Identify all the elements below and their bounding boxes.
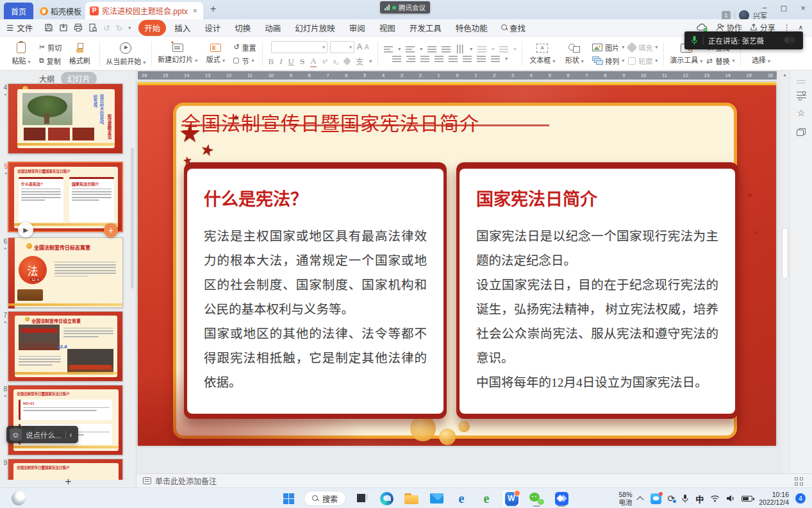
new-slide-button[interactable]: 新建幻灯片 ▾ [158,44,197,64]
mic-tray-icon[interactable] [681,494,689,504]
tab-slideshow[interactable]: 幻灯片放映 [289,20,341,36]
browser-green-e-button[interactable]: e [477,489,496,507]
mail-button[interactable] [427,489,446,507]
hidden-icons-chevron[interactable] [636,496,643,503]
shapes-button[interactable]: 形状 ▾ [560,44,588,65]
paste-button[interactable]: 粘贴 ▾ [7,42,35,65]
font-color-button[interactable]: A [310,56,316,67]
export-icon[interactable] [59,23,68,32]
object-properties-icon[interactable] [796,90,806,101]
redo-icon[interactable]: ↻ [116,23,122,33]
collapse-ribbon-icon[interactable]: ∧ [799,24,803,31]
emoji-icon[interactable]: ☺ [10,428,22,441]
bold-button[interactable]: B [269,56,274,67]
slide-thumbnail-4[interactable]: 4 ✦ 树有根， 根是树木的基础。 宪法是根本法 [8,83,123,154]
tab-close-icon[interactable]: × [191,6,199,15]
copy-button[interactable]: ⧉复制 [39,56,62,66]
wechat-button[interactable] [527,489,546,507]
more-options-icon[interactable]: ⋮ [783,23,791,32]
align-right-icon[interactable] [420,55,429,62]
clock[interactable]: 10:16 2022/12/4 [759,491,789,506]
tab-docer[interactable]: 稻壳模板 [36,3,85,19]
font-family-select[interactable]: ▾ [271,41,327,53]
maximize-button[interactable]: ◻ [774,3,793,13]
superscript-button[interactable]: x² [322,58,327,65]
reset-button[interactable]: ↺重置 [233,42,256,53]
slide-sorter-icon[interactable] [795,477,803,486]
cut-button[interactable]: ✂剪切 [39,42,62,53]
picture-button[interactable]: 图片 ▾ [592,42,624,53]
meeting-chat-bubble[interactable]: ☺ 说点什么... ‹ [6,426,78,443]
slide-thumbnail-7[interactable]: 7 ✦ 全国法制宣传日设立背景 12.4 [8,311,123,382]
slide-thumbnail-5-selected[interactable]: 5 ✦ 全国法制宣传日暨国家宪法日简介 什么是宪法? 国家宪法日简介 ▶ + [8,162,123,232]
notification-badge[interactable]: 4 [795,493,806,504]
ime-indicator[interactable]: 中 [695,493,704,505]
bullet-list-icon[interactable] [384,46,393,53]
file-explorer-button[interactable] [402,489,421,507]
tencent-meeting-pill[interactable]: 腾讯会议 [380,1,430,13]
tencent-meeting-button[interactable] [552,489,571,507]
clear-format-icon[interactable] [343,57,351,65]
wps-office-button[interactable]: W [502,489,521,507]
task-view-button[interactable] [352,489,371,507]
find-menu[interactable]: 查找 [496,20,531,36]
print-preview-icon[interactable] [88,23,97,32]
paragraph-spacing-icon[interactable] [477,55,486,62]
slide-thumbnail-8[interactable]: 8 ✦ 全国法制宣传日暨国家宪法日简介 NO-01 NO-02 [8,385,123,455]
browser-blue-e-button[interactable]: e [452,489,471,507]
justify-icon[interactable] [435,55,443,62]
card-constitution-day[interactable]: 国家宪法日简介 国家宪法日是以纪念一个国家现行宪法为主题的法定纪念日。 设立国家… [456,162,738,419]
speaker-icon[interactable] [726,495,735,502]
tab-home[interactable]: 首页 [4,3,33,19]
tab-home-ribbon[interactable]: 开始 [138,20,166,36]
subscript-button[interactable]: x₂ [333,58,339,65]
arrange-button[interactable]: 排列 ▾ [592,56,624,66]
align-left-icon[interactable] [392,55,401,62]
edge-browser-button[interactable] [377,489,396,507]
start-button[interactable] [279,489,298,507]
selection-pane-icon[interactable] [796,127,806,139]
doc-count-badge[interactable]: 1 [722,11,731,20]
save-icon[interactable] [44,23,53,32]
align-center-icon[interactable] [406,55,415,62]
slide-canvas[interactable]: 全国法制宣传日暨国家宪法日简介 ★ ★ ★ ★ ★ ★ 什么是宪法？ 宪法是主权… [138,82,776,446]
line-spacing-icon[interactable] [463,55,472,62]
new-tab-button[interactable]: + [210,3,216,15]
taskbar-search[interactable]: 搜索 [304,491,346,506]
tab-view[interactable]: 视图 [374,20,401,36]
meeting-speaking-bar[interactable]: 正在讲话: 张艺薇 [684,31,803,49]
print-icon[interactable] [74,23,83,32]
text-box-button[interactable]: A 文本框 ▾ [528,44,556,65]
collapse-chat-icon[interactable]: ‹ [70,430,72,439]
align-objects-icon[interactable] [499,46,508,53]
outline-button[interactable]: 轮廓 ▾ [628,56,658,66]
slide-thumbnail-6[interactable]: 6 ✦ 全国法制宣传日标志寓意 法 12·4 [8,237,123,308]
increase-indent-icon[interactable] [442,46,451,53]
font-size-select[interactable]: ▾ [330,41,354,53]
play-from-current-button[interactable]: 从当前开始 ▾ [106,42,145,66]
quick-access-caret-icon[interactable]: ▾ [128,25,131,31]
decrease-font-icon[interactable]: A [365,44,369,51]
text-align-vertical-icon[interactable] [491,55,500,62]
italic-button[interactable]: I [279,56,282,67]
add-slide-button[interactable]: + [0,476,137,487]
tab-design[interactable]: 设计 [199,20,226,36]
tab-review[interactable]: 审阅 [344,20,371,36]
play-slideshow-button[interactable]: ▶ [18,222,33,237]
decrease-indent-icon[interactable] [427,46,436,53]
columns-icon[interactable] [457,45,464,54]
messaging-tray-icon[interactable] [650,493,661,504]
battery-icon[interactable] [742,496,752,502]
undo-icon[interactable]: ↺ [103,23,110,33]
sync-tray-icon[interactable]: ⟳ [668,493,675,504]
tab-developer[interactable]: 开发工具 [404,20,447,36]
chat-placeholder[interactable]: 说点什么... [26,430,62,440]
vertical-scrollbar[interactable]: ▲ [781,71,789,473]
scrollbar-thumb[interactable] [782,228,788,279]
fill-button[interactable]: 填充 ▾ [628,42,658,53]
format-painter-button[interactable]: 格式刷 [65,43,94,65]
slide-title[interactable]: 全国法制宣传日暨国家宪法日简介 [181,108,479,136]
card-what-is-constitution[interactable]: 什么是宪法？ 宪法是主权国家或地区具有最高法律效力的根本大法，通常规定一个国家或… [184,162,447,419]
replace-button[interactable]: ⇄替换 ▾ [706,56,734,66]
new-slide-floating-button[interactable]: + [104,223,118,237]
